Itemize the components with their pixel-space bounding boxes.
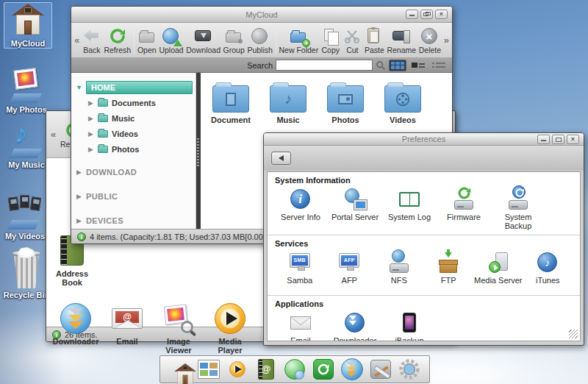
thumbnail-view-button[interactable] (409, 60, 427, 71)
search-magnifier-icon[interactable] (376, 60, 386, 71)
collapse-arrow-icon[interactable]: ▶ (76, 193, 82, 200)
tree-item-devices[interactable]: ▶ DEVICES (76, 212, 193, 229)
dock-downloader-icon[interactable] (340, 358, 364, 381)
videos-folder-icon (384, 85, 421, 113)
house-icon (11, 3, 45, 37)
maximize-button[interactable] (552, 135, 564, 144)
download-button[interactable]: Download (184, 26, 221, 54)
pref-item-afp[interactable]: AFP AFP (325, 251, 375, 285)
back-button[interactable] (271, 152, 291, 165)
upload-button[interactable]: Upload (158, 26, 185, 54)
minimize-button[interactable] (406, 10, 418, 19)
collapse-arrow-icon[interactable]: ▶ (76, 217, 82, 224)
file-item-document[interactable]: Document (208, 82, 254, 124)
app-item-downloader[interactable]: Downloader (52, 302, 99, 346)
firmware-icon (452, 188, 476, 211)
file-item-photos[interactable]: Photos (323, 82, 368, 124)
search-label: Search (247, 61, 273, 70)
file-item-videos[interactable]: Videos (380, 82, 426, 124)
pref-item-email[interactable]: Email (275, 311, 326, 341)
open-folder-icon (137, 27, 157, 45)
dock-tools-icon[interactable] (369, 358, 392, 381)
file-item-music[interactable]: ♪ Music (265, 82, 311, 124)
tree-item-download[interactable]: ▶ DOWNLOAD (76, 163, 193, 181)
grid-view-button[interactable] (389, 60, 406, 71)
expand-arrow-icon[interactable]: ▼ (76, 84, 82, 91)
collapse-arrow-icon[interactable]: ▶ (87, 115, 94, 122)
rename-button[interactable]: Rename (386, 26, 417, 54)
list-view-button[interactable] (430, 60, 448, 71)
delete-button[interactable]: × Delete (417, 26, 442, 54)
app-item-image-viewer[interactable]: Image Viewer (155, 302, 202, 355)
dock-preferences-icon[interactable] (398, 358, 421, 381)
cut-button[interactable]: Cut (342, 26, 364, 54)
toolbar-scroll-left-icon[interactable]: « (73, 35, 81, 46)
copy-button[interactable]: Copy (320, 26, 342, 54)
desktop-icon-mycloud[interactable]: MyCloud (4, 2, 52, 49)
pref-item-samba[interactable]: SMB Samba (275, 251, 325, 285)
restore-button[interactable] (420, 10, 433, 19)
system-log-icon (398, 188, 421, 211)
dock-portal-icon[interactable] (283, 358, 306, 381)
desktop-icon-my-videos[interactable]: My Videos (1, 193, 49, 241)
pref-item-system-log[interactable]: System Log (384, 188, 435, 221)
toolbar-scroll-right-icon[interactable]: » (442, 35, 451, 46)
close-button[interactable]: × (435, 10, 448, 19)
tree-item-public[interactable]: ▶ PUBLIC (76, 188, 193, 205)
close-button[interactable]: × (567, 135, 579, 144)
tree-item-photos[interactable]: ▶ Photos (76, 141, 193, 157)
toolbar-scroll-left-icon[interactable]: « (49, 129, 57, 140)
desktop-icon-my-music[interactable]: ♪ My Music (2, 121, 51, 169)
pref-item-server-info[interactable]: i Server Info (275, 188, 326, 221)
preferences-toolbar (264, 146, 584, 171)
preferences-title-bar[interactable]: Preferences × (264, 133, 584, 146)
pref-item-itunes[interactable]: ♪ iTunes (523, 251, 573, 285)
system-backup-icon (506, 188, 530, 211)
collapse-arrow-icon[interactable]: ▶ (76, 168, 82, 176)
mycloud-title-bar[interactable]: MyCloud × (71, 7, 452, 23)
desktop-icon-label: My Photos (2, 105, 51, 114)
refresh-icon (108, 27, 127, 45)
tree-item-music[interactable]: ▶ Music (76, 110, 193, 126)
resize-handle[interactable] (569, 330, 578, 338)
collapse-arrow-icon[interactable]: ▶ (87, 130, 94, 138)
app-item-email[interactable]: @ Email (104, 302, 151, 346)
collapse-arrow-icon[interactable]: ▶ (87, 146, 94, 153)
tree-item-documents[interactable]: ▶ Documents (76, 95, 193, 110)
pref-item-firmware[interactable]: Firmware (438, 188, 490, 221)
pref-item-downloader[interactable]: Downloader (329, 311, 381, 341)
open-button[interactable]: Open (136, 26, 158, 54)
downloader-icon (60, 302, 92, 335)
dock-file-sync-icon[interactable] (312, 358, 335, 381)
toolbar-separator (134, 26, 135, 54)
pref-item-system-backup[interactable]: System Backup (492, 188, 544, 230)
pref-item-media-server[interactable]: Media Server (473, 251, 523, 285)
panel-splitter[interactable] (196, 73, 201, 229)
pref-item-portal-server[interactable]: Portal Server (329, 188, 381, 221)
pref-item-ftp[interactable]: FTP (424, 251, 474, 285)
tree-item-videos[interactable]: ▶ Videos (76, 126, 193, 141)
collapse-arrow-icon[interactable]: ▶ (87, 99, 94, 107)
paste-button[interactable]: Paste (363, 26, 385, 54)
search-input[interactable] (276, 60, 373, 71)
tree-item-home[interactable]: ▼ HOME (76, 80, 193, 95)
dock-address-book-icon[interactable]: @ (254, 358, 278, 381)
portal-server-icon (343, 188, 367, 211)
dock-image-viewer-icon[interactable] (197, 358, 220, 381)
dock-home-icon[interactable] (168, 358, 192, 381)
pref-item-nfs[interactable]: NFS (374, 251, 424, 285)
new-folder-button[interactable]: + New Folder (278, 26, 320, 54)
minimize-button[interactable] (537, 135, 550, 144)
app-item-media-player[interactable]: Media Player (207, 302, 254, 355)
back-button[interactable]: Back (81, 26, 103, 54)
folder-icon (98, 115, 108, 122)
dock-media-player-icon[interactable] (226, 358, 249, 381)
pref-item-ibackup[interactable]: iBackup (384, 311, 435, 341)
publish-button[interactable]: Publish (246, 26, 274, 54)
preferences-content: System Information i Server Info Portal … (267, 171, 581, 341)
group-button[interactable]: Group (222, 26, 246, 54)
search-bar: Search (71, 58, 452, 73)
desktop-icon-my-photos[interactable]: My Photos (2, 68, 51, 114)
desktop-icon-recycle-bin[interactable]: Recycle Bin (2, 252, 51, 299)
refresh-button[interactable]: Refresh (103, 26, 132, 54)
